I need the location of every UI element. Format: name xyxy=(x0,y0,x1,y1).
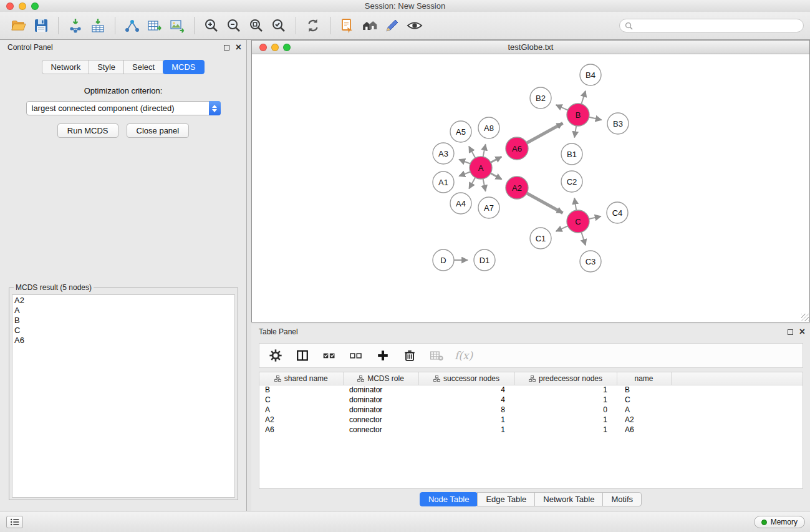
column-header-shared-name[interactable]: shared name xyxy=(259,372,343,385)
graph-edge-A-A4[interactable] xyxy=(469,178,475,189)
graph-edge-A-A6[interactable] xyxy=(491,157,501,162)
network-close-button[interactable] xyxy=(259,44,267,51)
graph-edge-C-C1[interactable] xyxy=(556,226,568,231)
graph-edge-B-B4[interactable] xyxy=(581,91,586,104)
table-row[interactable]: Cdominator41C xyxy=(259,395,803,405)
table-cell[interactable]: 1 xyxy=(514,395,617,405)
table-cell[interactable]: dominator xyxy=(343,385,418,395)
deselect-all-button[interactable] xyxy=(347,347,365,364)
graph-edge-A-A8[interactable] xyxy=(483,144,486,157)
maximize-window-button[interactable] xyxy=(31,2,39,10)
tab-select[interactable]: Select xyxy=(123,60,163,74)
table-row[interactable]: A2connector11A2 xyxy=(259,415,803,425)
zoom-in-button[interactable] xyxy=(200,14,223,37)
memory-button[interactable]: Memory xyxy=(754,516,805,528)
graph-edge-C-C3[interactable] xyxy=(581,232,586,245)
result-item[interactable]: A xyxy=(14,306,233,316)
column-header-name[interactable]: name xyxy=(617,372,671,385)
function-builder-button[interactable]: f(x) xyxy=(455,349,473,362)
table-cell[interactable]: dominator xyxy=(343,405,418,415)
zoom-out-button[interactable] xyxy=(223,14,245,37)
graph-edge-A6-B[interactable] xyxy=(527,123,563,143)
table-cell[interactable]: 1 xyxy=(418,415,514,425)
tab-mcds[interactable]: MCDS xyxy=(163,60,204,74)
apply-style-button[interactable] xyxy=(381,14,403,37)
table-cell[interactable]: connector xyxy=(343,425,418,435)
table-cell[interactable]: A2 xyxy=(617,415,671,425)
table-cell[interactable]: A xyxy=(617,405,671,415)
tab-network-table[interactable]: Network Table xyxy=(534,492,603,506)
table-cell[interactable]: 4 xyxy=(418,395,514,405)
criterion-select[interactable]: largest connected component (directed) xyxy=(26,101,221,115)
close-table-panel-icon[interactable]: × xyxy=(799,328,805,336)
show-hide-button[interactable] xyxy=(403,14,426,37)
network-maximize-button[interactable] xyxy=(283,44,291,51)
export-image-button[interactable] xyxy=(166,14,188,37)
table-cell[interactable]: B xyxy=(617,385,671,395)
table-cell[interactable]: 8 xyxy=(418,405,514,415)
table-settings-button[interactable] xyxy=(267,347,284,364)
table-cell[interactable]: C xyxy=(259,395,343,405)
column-visibility-button[interactable] xyxy=(294,347,311,364)
tab-style[interactable]: Style xyxy=(89,60,124,74)
graph-edge-A-A7[interactable] xyxy=(483,179,486,191)
import-table-button[interactable] xyxy=(87,14,109,37)
table-cell[interactable]: A6 xyxy=(259,425,343,435)
task-history-button[interactable] xyxy=(6,516,23,528)
table-row[interactable]: A6connector11A6 xyxy=(259,425,803,435)
zoom-fit-button[interactable] xyxy=(245,14,268,37)
close-panel-icon[interactable]: × xyxy=(236,44,241,51)
network-minimize-button[interactable] xyxy=(271,44,279,51)
delete-table-button[interactable] xyxy=(428,347,445,364)
open-session-button[interactable] xyxy=(7,14,30,37)
float-panel-icon[interactable] xyxy=(224,45,229,51)
close-panel-button[interactable]: Close panel xyxy=(127,123,190,138)
table-cell[interactable]: 0 xyxy=(514,405,617,415)
search-input[interactable] xyxy=(636,21,798,30)
export-network-button[interactable] xyxy=(121,14,143,37)
tab-motifs[interactable]: Motifs xyxy=(602,492,642,506)
table-cell[interactable]: C xyxy=(617,395,671,405)
delete-row-button[interactable] xyxy=(401,347,418,364)
export-table-button[interactable] xyxy=(143,14,166,37)
table-cell[interactable]: connector xyxy=(343,415,418,425)
graph-edge-B-B3[interactable] xyxy=(589,117,602,120)
table-cell[interactable]: 4 xyxy=(418,385,514,395)
tab-node-table[interactable]: Node Table xyxy=(420,492,478,506)
tab-network[interactable]: Network xyxy=(42,60,89,74)
table-cell[interactable]: A6 xyxy=(617,425,671,435)
tab-edge-table[interactable]: Edge Table xyxy=(477,492,535,506)
window-resize-grip[interactable] xyxy=(801,314,809,321)
table-row[interactable]: Adominator80A xyxy=(259,405,803,415)
table-cell[interactable]: 1 xyxy=(418,425,514,435)
network-graph[interactable]: B4B2BB3A5A8A6A3B1AA1C2A2A4A7CC4C1C3DD1 xyxy=(252,54,809,321)
close-window-button[interactable] xyxy=(6,2,14,10)
graph-edge-A2-C[interactable] xyxy=(527,193,563,213)
graph-edge-B-B1[interactable] xyxy=(574,126,576,138)
table-cell[interactable]: 1 xyxy=(514,385,617,395)
run-mcds-button[interactable]: Run MCDS xyxy=(57,123,118,138)
first-neighbors-button[interactable] xyxy=(336,14,359,37)
graph-edge-A-A1[interactable] xyxy=(459,172,470,176)
graph-edge-A-A5[interactable] xyxy=(469,147,475,158)
column-header-successor-nodes[interactable]: successor nodes xyxy=(418,372,514,385)
home-button[interactable] xyxy=(359,14,381,37)
zoom-selected-button[interactable] xyxy=(268,14,290,37)
refresh-view-button[interactable] xyxy=(302,14,324,37)
save-session-button[interactable] xyxy=(30,14,52,37)
graph-edge-B-B2[interactable] xyxy=(556,105,568,110)
table-row[interactable]: Bdominator41B xyxy=(259,385,803,395)
minimize-window-button[interactable] xyxy=(19,2,26,10)
table-cell[interactable]: B xyxy=(259,385,343,395)
graph-edge-C-C4[interactable] xyxy=(589,216,601,219)
add-row-button[interactable] xyxy=(374,347,392,364)
import-network-button[interactable] xyxy=(64,14,87,37)
network-canvas[interactable]: B4B2BB3A5A8A6A3B1AA1C2A2A4A7CC4C1C3DD1 xyxy=(252,54,809,322)
graph-edge-A-A3[interactable] xyxy=(459,160,470,164)
table-cell[interactable]: dominator xyxy=(343,395,418,405)
table-cell[interactable]: 1 xyxy=(514,415,617,425)
result-item[interactable]: B xyxy=(14,316,233,326)
column-header-mcds-role[interactable]: MCDS role xyxy=(343,372,418,385)
column-header-predecessor-nodes[interactable]: predecessor nodes xyxy=(514,372,617,385)
select-all-button[interactable] xyxy=(321,347,338,364)
